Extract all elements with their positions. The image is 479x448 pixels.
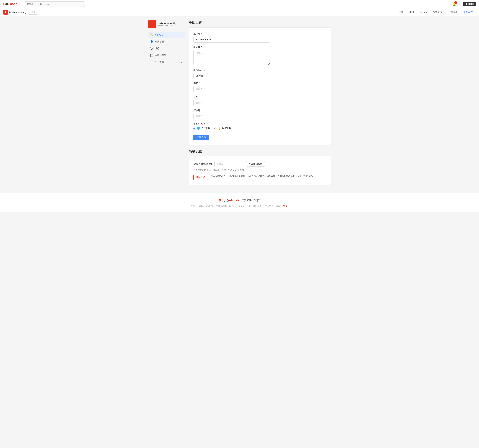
- police-link[interactable]: 公安备案号11010502030143: [237, 205, 262, 208]
- visibility-public[interactable]: 🌐 公开项目: [193, 127, 210, 130]
- search-area: [25, 1, 85, 7]
- edit-icon: ✏️: [150, 33, 153, 36]
- user-icon: 👤: [150, 40, 153, 43]
- search-input[interactable]: [25, 1, 85, 7]
- logo-info-icon[interactable]: ⓘ: [204, 69, 206, 72]
- org-bar: T test-community 关注 主页 项目 Issues 合并请求 组织…: [0, 8, 479, 16]
- org-name-label: 组织名称: [193, 32, 326, 35]
- nav-members[interactable]: 组织成员: [445, 8, 460, 16]
- header: GitCode ☰ 🔔 3 + 🖥 CODE: [0, 0, 479, 8]
- gitcode-logo[interactable]: GitCode: [3, 2, 18, 6]
- upload-image-button[interactable]: 上传图片: [193, 73, 208, 78]
- sidebar-label-community: 社区管理: [155, 61, 164, 64]
- website-label: 官网: [193, 95, 326, 98]
- change-path-button[interactable]: 更改组织路径: [246, 161, 265, 167]
- sidebar-label-discussion: 讨论: [155, 47, 159, 50]
- visibility-public-label: 公开项目: [201, 127, 210, 130]
- org-desc-label: 组织简介: [193, 46, 326, 49]
- sidebar-avatar: T: [148, 20, 156, 28]
- nav-merge-requests[interactable]: 合并请求: [430, 8, 445, 16]
- visibility-radio-group: 🌐 公开项目 🔒 私密项目: [193, 127, 326, 130]
- org-nav: 主页 项目 Issues 合并请求 组织成员 组织设置: [396, 8, 476, 16]
- visibility-label: 组织可见性: [193, 123, 326, 126]
- sidebar-item-storage[interactable]: 💾 用量及存储: [148, 52, 185, 59]
- community-icon: ☰: [150, 61, 153, 64]
- sidebar-org-handle: @test-community: [158, 25, 176, 27]
- visibility-private-radio[interactable]: [214, 127, 217, 130]
- notification-button[interactable]: 🔔 3: [452, 2, 456, 6]
- basic-settings-title: 基础设置: [189, 20, 331, 25]
- sidebar-org-info: T test-community @test-community: [148, 20, 185, 28]
- org-name-group: 组织名称: [193, 32, 326, 43]
- sidebar-item-discussion[interactable]: 💬 讨论: [148, 45, 185, 52]
- org-desc-textarea[interactable]: [193, 50, 270, 65]
- website-group: 官网: [193, 95, 326, 106]
- org-avatar-small: T: [3, 10, 8, 15]
- add-button[interactable]: +: [459, 2, 461, 6]
- chevron-up-icon: ∧: [181, 61, 183, 63]
- visibility-group: 组织可见性 🌐 公开项目 🔒 私密项目: [193, 123, 326, 130]
- advanced-settings-card: https://gitcode.net/ 更改组织路径 将修改组织的路径，修改后…: [189, 156, 331, 185]
- sidebar-label-members: 成员管理: [155, 40, 164, 43]
- email-group: 邮箱 ⓘ: [193, 82, 326, 92]
- svg-text:G: G: [219, 199, 221, 202]
- nav-projects[interactable]: 项目: [406, 8, 417, 16]
- delete-org-button[interactable]: 删除组织: [193, 175, 208, 180]
- huawei-link[interactable]: 华为云: [276, 205, 282, 208]
- code-btn-label: CODE: [468, 3, 474, 5]
- nav-settings[interactable]: 组织设置: [460, 8, 476, 16]
- svg-text:GitCode: GitCode: [3, 2, 18, 6]
- globe-icon: 🌐: [197, 127, 200, 130]
- sidebar: T test-community @test-community ✏️ 基础设置…: [148, 20, 185, 189]
- visibility-private-label: 私密项目: [222, 127, 231, 130]
- copyright-text: © 2023 GitCode版权所有: [191, 205, 213, 208]
- footer-brand: GitCode: [229, 199, 239, 202]
- basic-settings-card: 组织名称 组织简介 组织Logo ⓘ 上传图片: [189, 27, 331, 145]
- nav-home[interactable]: 主页: [396, 8, 406, 16]
- advanced-settings-title: 高级设置: [189, 149, 331, 154]
- csdn-link[interactable]: CSDN: [283, 205, 288, 207]
- footer-tagline: 共创GitCode，开发者的代码家园: [224, 199, 261, 202]
- follow-button[interactable]: 关注: [29, 10, 38, 15]
- lock-icon: 🔒: [218, 127, 221, 130]
- nav-issues[interactable]: Issues: [417, 8, 430, 16]
- monitor-icon: 🖥: [465, 3, 467, 6]
- location-input[interactable]: [193, 113, 270, 119]
- website-input[interactable]: [193, 100, 270, 106]
- icp-link[interactable]: 京ICP备19004658号: [216, 205, 234, 208]
- notification-badge: 3: [454, 1, 457, 4]
- visibility-private[interactable]: 🔒 私密项目: [214, 127, 231, 130]
- sidebar-item-basic-settings[interactable]: ✏️ 基础设置: [148, 32, 185, 38]
- delete-org-row: 删除组织 删除该组织的同时会删除所有子项目，包括已归档项目及其相关资源，已删除的…: [193, 175, 326, 180]
- logo-area: GitCode ☰: [3, 2, 22, 6]
- gitcode-footer-logo: G: [218, 198, 223, 203]
- sidebar-label-storage: 用量及存储: [155, 54, 166, 57]
- storage-icon: 💾: [150, 54, 153, 57]
- email-input[interactable]: [193, 86, 270, 92]
- footer-copyright: © 2023 GitCode版权所有 京ICP备19004658号 公安备案号1…: [3, 205, 476, 208]
- path-input[interactable]: [214, 161, 244, 167]
- path-hint: 将修改组织的路径，修改后原路径不可用，请谨慎操作: [193, 168, 326, 171]
- content: 基础设置 组织名称 组织简介 组织Logo ⓘ: [189, 20, 331, 189]
- footer-logo-area: G 共创GitCode，开发者的代码家园: [3, 198, 476, 203]
- code-button[interactable]: 🖥 CODE: [463, 2, 476, 6]
- main-layout: T test-community @test-community ✏️ 基础设置…: [145, 16, 334, 193]
- delete-hint: 删除该组织的同时会删除所有子项目，包括已归档项目及其相关资源，已删除的组织将无法…: [210, 175, 316, 178]
- sidebar-item-community[interactable]: ☰ 社区管理 ∧: [148, 59, 185, 65]
- email-info-icon[interactable]: ⓘ: [199, 82, 201, 85]
- org-name-bar[interactable]: test-community: [9, 11, 27, 14]
- org-logo-group: 组织Logo ⓘ 上传图片: [193, 69, 326, 78]
- footer: G 共创GitCode，开发者的代码家园 © 2023 GitCode版权所有 …: [0, 193, 479, 212]
- tech-support-label: 技术支持：: [265, 205, 275, 208]
- sidebar-label-basic: 基础设置: [155, 34, 164, 36]
- sidebar-org-name: test-community: [158, 22, 176, 25]
- org-name-input[interactable]: [193, 37, 270, 43]
- sidebar-menu: ✏️ 基础设置 👤 成员管理 💬 讨论 💾 用量及存储 ☰ 社区管理 ∧: [148, 32, 185, 65]
- save-settings-button[interactable]: 保存设置: [193, 135, 209, 140]
- org-logo-label: 组织Logo ⓘ: [193, 69, 326, 72]
- visibility-public-radio[interactable]: [193, 127, 196, 130]
- sidebar-item-member-management[interactable]: 👤 成员管理: [148, 38, 185, 45]
- change-path-row: https://gitcode.net/ 更改组织路径: [193, 161, 326, 167]
- menu-icon[interactable]: ☰: [20, 2, 22, 6]
- location-label: 所在地: [193, 109, 326, 112]
